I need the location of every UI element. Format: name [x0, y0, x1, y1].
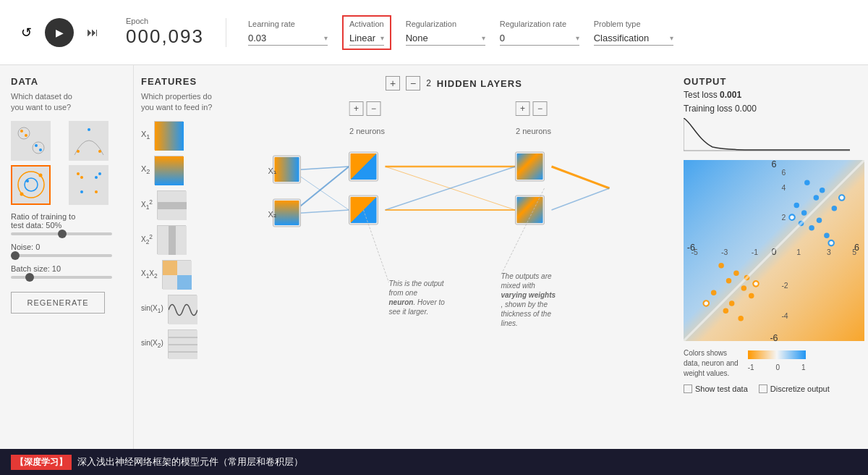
- learning-rate-value: 0.03: [248, 33, 266, 43]
- regularization-arrow: ▾: [482, 34, 485, 42]
- main-content: DATA Which dataset do you want to use?: [0, 65, 868, 449]
- remove-layer-button[interactable]: −: [406, 76, 420, 91]
- svg-point-85: [804, 180, 810, 186]
- noise-slider-track[interactable]: [11, 254, 112, 257]
- ratio-slider-thumb[interactable]: [58, 230, 67, 238]
- svg-point-16: [80, 190, 83, 193]
- svg-rect-46: [275, 201, 299, 225]
- svg-text:varying weights: varying weights: [501, 291, 556, 299]
- bottom-text: 深入浅出神经网络框架的模型元件（常用层和卷积层）: [77, 455, 303, 468]
- reset-icon: ↺: [21, 25, 32, 41]
- hidden-layers-label: HIDDEN LAYERS: [437, 78, 522, 89]
- ratio-label: Ratio of training to test data: 50%: [11, 212, 122, 230]
- play-icon: ▶: [56, 27, 64, 38]
- dataset-item-3[interactable]: [11, 165, 51, 205]
- svg-point-97: [723, 308, 729, 314]
- data-title: DATA: [11, 76, 122, 87]
- batch-slider-thumb[interactable]: [25, 273, 34, 282]
- output-panel: OUTPUT Test loss 0.001 Training loss 0.0…: [673, 65, 868, 449]
- svg-rect-21: [155, 156, 184, 185]
- svg-text:, shown by the: , shown by the: [501, 300, 548, 308]
- svg-rect-44: [275, 157, 299, 182]
- problem-type-arrow: ▾: [670, 34, 673, 42]
- layer1-neurons-label: 2 neurons: [349, 127, 385, 135]
- activation-select[interactable]: Linear ▾: [349, 31, 384, 46]
- add-layer-button[interactable]: +: [386, 76, 400, 91]
- svg-rect-51: [517, 197, 543, 223]
- svg-point-14: [80, 176, 83, 179]
- network-svg: + − + − 2 neurons 2 neurons: [246, 98, 662, 373]
- feature-thumb-sinx1[interactable]: [168, 295, 197, 324]
- problem-type-select[interactable]: Classification ▾: [594, 31, 673, 46]
- svg-point-0: [18, 127, 30, 139]
- svg-point-18: [77, 172, 80, 175]
- feature-x2sq: X22: [141, 225, 228, 254]
- dataset-item-2[interactable]: [69, 121, 109, 161]
- play-button[interactable]: ▶: [45, 18, 74, 47]
- batch-slider-track[interactable]: [11, 276, 112, 279]
- feature-thumb-x2sq[interactable]: [157, 225, 186, 254]
- svg-point-93: [729, 300, 735, 306]
- feature-thumb-sinx2[interactable]: [168, 329, 197, 358]
- feature-x1sq: X12: [141, 190, 228, 219]
- add-neuron-layer2-button[interactable]: +: [516, 101, 530, 116]
- svg-point-88: [828, 240, 834, 246]
- dataset-item-4[interactable]: [69, 165, 109, 205]
- step-icon: ⏭: [87, 26, 98, 39]
- reg-rate-section: Regularization rate 0 ▾: [500, 20, 579, 46]
- svg-rect-25: [169, 226, 176, 255]
- hidden-layers-header: + − 2 HIDDEN LAYERS: [246, 76, 662, 91]
- reset-button[interactable]: ↺: [14, 21, 38, 44]
- noise-slider-thumb[interactable]: [11, 251, 20, 260]
- add-neuron-layer1-button[interactable]: +: [349, 101, 364, 116]
- discretize-output-cb-box[interactable]: [759, 384, 767, 393]
- show-test-data-cb-box[interactable]: [684, 384, 692, 393]
- legend-zero: 0: [776, 363, 780, 371]
- svg-line-42: [552, 167, 610, 188]
- problem-type-value: Classification: [594, 33, 650, 43]
- svg-point-91: [749, 293, 754, 299]
- dataset-item-1[interactable]: [11, 121, 51, 161]
- layer2-neurons-label: 2 neurons: [516, 127, 551, 135]
- svg-point-98: [738, 316, 743, 321]
- svg-text:thickness of the: thickness of the: [501, 310, 552, 318]
- step-button[interactable]: ⏭: [81, 21, 104, 44]
- remove-neuron-layer2-button[interactable]: −: [533, 101, 548, 116]
- svg-text:4: 4: [781, 184, 786, 192]
- reg-rate-label: Regularization rate: [500, 20, 579, 28]
- svg-point-2: [20, 130, 23, 133]
- color-legend: -1 0 1: [744, 348, 809, 371]
- discretize-output-checkbox[interactable]: Discretize output: [759, 384, 830, 393]
- bottom-bar: 【深度学习】 深入浅出神经网络框架的模型元件（常用层和卷积层）: [0, 449, 868, 475]
- svg-text:lines.: lines.: [501, 319, 518, 327]
- bottom-controls: Show test data Discretize output: [684, 384, 857, 393]
- svg-point-1: [33, 142, 44, 154]
- svg-point-87: [789, 214, 795, 220]
- legend-pos: 1: [801, 363, 806, 371]
- reg-rate-select[interactable]: 0 ▾: [500, 31, 579, 46]
- svg-rect-50: [517, 154, 543, 180]
- learning-rate-select[interactable]: 0.03 ▾: [248, 31, 328, 46]
- feature-thumb-x1sq[interactable]: [157, 190, 186, 219]
- features-desc: Which properties do you want to feed in?: [141, 91, 228, 114]
- activation-arrow: ▾: [380, 34, 384, 42]
- remove-neuron-layer1-button[interactable]: −: [367, 101, 381, 116]
- svg-text:5: 5: [852, 248, 856, 256]
- regularization-select[interactable]: None ▾: [406, 31, 485, 46]
- feature-thumb-x1[interactable]: [154, 121, 183, 150]
- activation-label: Activation: [349, 20, 384, 28]
- reg-rate-value: 0: [500, 33, 505, 43]
- problem-type-label: Problem type: [594, 20, 673, 28]
- feature-thumb-x2[interactable]: [154, 156, 183, 185]
- feature-thumb-x1x2[interactable]: [162, 260, 191, 289]
- loss-chart: [684, 118, 850, 154]
- show-test-data-checkbox[interactable]: Show test data: [684, 384, 748, 393]
- train-loss: Training loss 0.000: [684, 104, 857, 114]
- ratio-slider-track[interactable]: [11, 232, 112, 235]
- feature-sinx2: sin(X2): [141, 329, 228, 358]
- svg-text:from one: from one: [389, 289, 418, 297]
- regularization-label: Regularization: [406, 20, 485, 28]
- svg-point-8: [98, 150, 101, 153]
- svg-point-82: [824, 232, 830, 238]
- regenerate-button[interactable]: REGENERATE: [11, 292, 105, 314]
